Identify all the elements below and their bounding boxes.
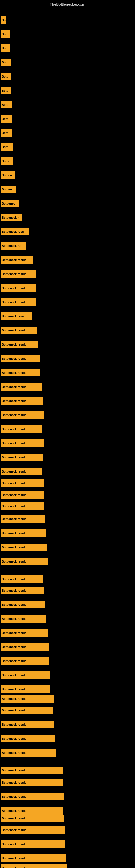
bar: Bottleneck result	[1, 502, 44, 510]
bar-row: Bottleneck result	[0, 839, 135, 849]
bar: Bottleneck result	[1, 707, 53, 714]
bar-label: Bottl	[2, 131, 8, 134]
bar-label: Bottleneck result	[2, 709, 26, 712]
bar-row: Bott	[0, 114, 135, 123]
bars-container: BoBottBottBottBottBottBottBottBottlBottl…	[0, 8, 135, 868]
bar-row: Bottleneck result	[0, 283, 135, 293]
bar: Bottleneck result	[1, 284, 36, 292]
bar: Bottleneck resu	[1, 312, 32, 320]
bar: Bottleneck result	[1, 425, 42, 433]
bar: Bottleneck result	[1, 615, 46, 622]
bar-row: Bottleneck result	[0, 778, 135, 787]
bar: Bottleneck result	[1, 695, 54, 703]
bar-row: Bottleneck result	[0, 863, 135, 868]
bar-row: Bottleneck result	[0, 813, 135, 823]
bar-row: Bottleneck result	[0, 467, 135, 476]
bar: Bottleneck result	[1, 779, 63, 786]
bar-label: Bottleneck result	[2, 385, 26, 389]
bar-row: Bottleneck result	[0, 600, 135, 609]
bar-row: Bott	[0, 43, 135, 53]
bar-label: Bottleneck result	[2, 532, 26, 535]
bar-row: Bottlenec	[0, 198, 135, 208]
bar-row: Bottleneck result	[0, 694, 135, 703]
bar-label: Bott	[2, 46, 8, 50]
bar: Bottleneck re	[1, 242, 26, 250]
bar: Bottleneck result	[1, 865, 67, 868]
bar-row: Bottl	[0, 142, 135, 152]
bar: Bottleneck result	[1, 721, 54, 728]
bar-label: Bottleneck resu	[2, 230, 24, 233]
bar-label: Bottleneck result	[2, 482, 26, 485]
bar-label: Bottleneck result	[2, 517, 26, 521]
bar-row: Bottleneck resu	[0, 311, 135, 321]
bar-label: Bottleneck result	[2, 603, 26, 606]
bar-label: Bottleneck result	[2, 371, 26, 374]
bar-row: Bottleneck result	[0, 720, 135, 729]
bar-row: Bottleneck resu	[0, 227, 135, 236]
bar: Bottle	[1, 157, 13, 165]
bar-row: Bottleneck result	[0, 528, 135, 538]
bar-label: Bottleneck result	[2, 504, 26, 508]
bar-label: Bott	[2, 75, 8, 78]
bar-row: Bottleneck result	[0, 453, 135, 462]
bar: Bottleneck result	[1, 491, 44, 499]
bar: Bottleneck result	[1, 529, 46, 537]
bar-label: Bottleneck result	[2, 493, 26, 497]
bar-label: Bottleneck result	[2, 258, 26, 261]
bar-label: Bottleneck result	[2, 645, 26, 649]
bar-label: Bott	[2, 33, 8, 36]
bar-label: Bottleneck result	[2, 428, 26, 431]
bar-row: Bottleneck re	[0, 241, 135, 250]
bar: Bott	[1, 44, 10, 52]
bar-label: Bottlen	[2, 174, 12, 177]
bar-label: Bottleneck result	[2, 769, 26, 772]
bar-row: Bottleneck result	[0, 656, 135, 665]
bar: Bottleneck r	[1, 214, 22, 221]
bar: Bo	[1, 16, 6, 24]
bar-label: Bottleneck result	[2, 809, 26, 812]
bar: Bottleneck result	[1, 657, 49, 665]
bar: Bott	[1, 101, 12, 108]
bar-label: Bottleneck result	[2, 589, 26, 592]
bar: Bottleneck result	[1, 629, 48, 637]
bar-label: Bottleneck result	[2, 470, 26, 473]
bar-row: Bottleneck result	[0, 792, 135, 801]
site-title: TheBottlenecker.com	[0, 0, 135, 8]
bar-label: Bottleneck result	[2, 842, 26, 846]
bar-row: Bottleneck result	[0, 410, 135, 420]
bar-label: Bottleneck result	[2, 578, 26, 581]
bar: Bottleneck result	[1, 840, 65, 848]
bar: Bottleneck result	[1, 826, 65, 834]
bar-label: Bottleneck result	[2, 795, 26, 798]
bar-label: Bottleneck result	[2, 546, 26, 549]
bar-label: Bottleneck result	[2, 357, 26, 360]
bar-label: Bottleneck result	[2, 688, 26, 691]
bar-label: Bottlenec	[2, 202, 15, 205]
bar: Bottl	[1, 129, 12, 137]
bar: Bottleneck result	[1, 327, 37, 334]
bar: Bottleneck result	[1, 793, 64, 801]
bar-row: Bottlen	[0, 170, 135, 180]
bar: Bottleneck result	[1, 575, 43, 583]
bar: Bottleneck result	[1, 299, 36, 306]
bar-row: Bottleneck result	[0, 255, 135, 265]
bar-label: Bottleneck result	[2, 329, 26, 332]
bar-label: Bottlen	[2, 188, 12, 191]
bar-row: Bottleneck result	[0, 438, 135, 448]
bar-row: Bottleneck result	[0, 340, 135, 349]
bar: Bottlen	[1, 172, 15, 179]
bar: Bottleneck result	[1, 685, 50, 693]
bar: Bottleneck result	[1, 479, 44, 487]
bar-label: Bottleneck result	[2, 343, 26, 346]
bar: Bottleneck result	[1, 814, 64, 822]
bar-row: Bo	[0, 15, 135, 25]
bar: Bottleneck result	[1, 383, 42, 391]
bar: Bottl	[1, 143, 13, 151]
bar-row: Bott	[0, 29, 135, 39]
bar-label: Bottleneck result	[2, 399, 26, 403]
bar: Bott	[1, 30, 10, 38]
bar: Bottleneck result	[1, 749, 56, 756]
bar: Bottleneck result	[1, 468, 42, 475]
bar: Bottleneck result	[1, 767, 63, 774]
bar-label: Bottleneck result	[2, 286, 26, 290]
